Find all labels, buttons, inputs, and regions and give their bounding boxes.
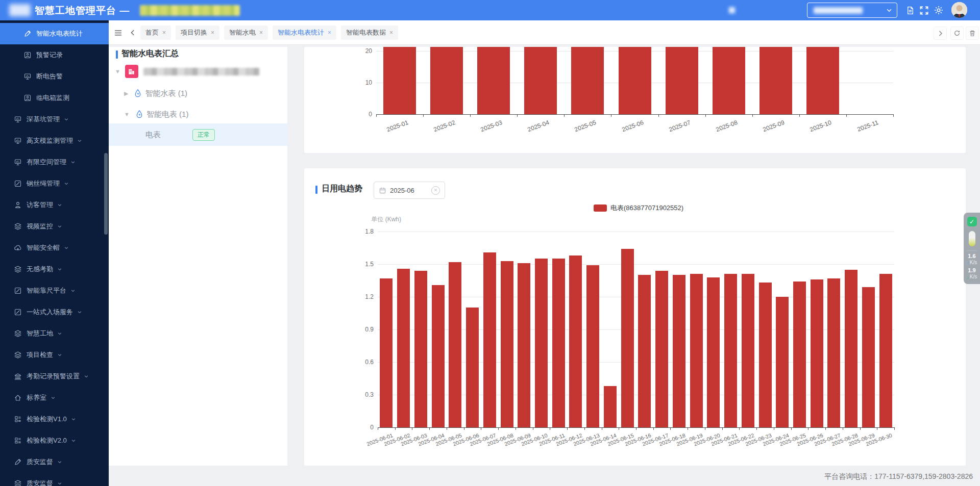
person-pin-icon xyxy=(23,94,32,102)
sidebar-item-label: 标养室 xyxy=(27,393,46,402)
gear-icon[interactable] xyxy=(933,4,945,16)
x-tick xyxy=(636,427,636,430)
daily-usage-panel: 日用电趋势 2025-06 ✕ 电表(863877071902552) 单位 (… xyxy=(304,168,966,466)
bar-2025-06-04 xyxy=(432,285,445,427)
close-icon[interactable]: × xyxy=(389,30,393,36)
network-speed-widget[interactable]: ✓ 1.6 ↑K/s 1.9 ↓K/s xyxy=(964,213,980,284)
chevron-left-icon[interactable] xyxy=(127,27,138,38)
chevron-down-icon xyxy=(57,331,62,336)
month-picker[interactable]: 2025-06 ✕ xyxy=(374,182,445,199)
up-arrow-icon: ↑ xyxy=(967,260,969,266)
chevron-down-icon xyxy=(70,160,76,165)
close-icon[interactable]: × xyxy=(162,30,166,36)
bar-2025-06-06 xyxy=(466,308,479,427)
sidebar-item-视频监控[interactable]: 视频监控 xyxy=(0,216,109,237)
x-tick xyxy=(395,427,396,430)
x-tick xyxy=(378,427,378,430)
caret-down-icon[interactable]: ▼ xyxy=(115,68,120,74)
clear-icon[interactable]: ✕ xyxy=(431,186,440,195)
sidebar-item-深基坑管理[interactable]: 深基坑管理 xyxy=(0,109,109,130)
x-tick xyxy=(670,427,671,430)
monitor-icon xyxy=(14,115,22,123)
sidebar-item-智能水电表统计[interactable]: 智能水电表统计 xyxy=(0,23,109,44)
tab-项目切换[interactable]: 项目切换× xyxy=(176,25,219,40)
speed-unit: K/s xyxy=(970,274,977,280)
chevron-down-icon xyxy=(886,7,893,14)
project-name-blurred xyxy=(143,68,260,75)
sidebar-item-label: 智能水电表统计 xyxy=(36,29,83,38)
calendar-icon xyxy=(379,187,386,194)
tree-node-meter-selected[interactable]: 电表 正常 xyxy=(109,123,287,146)
sidebar-item-检验检测V2.0[interactable]: 检验检测V2.0 xyxy=(0,430,109,451)
x-tick xyxy=(447,427,447,430)
tree-node-electric-meters[interactable]: ▼ 智能电表 (1) xyxy=(124,108,188,121)
sidebar-scrollbar-thumb[interactable] xyxy=(104,153,108,235)
sidebar-item-质安监督[interactable]: 质安监督 xyxy=(0,473,109,486)
tab-智能水电表统计[interactable]: 智能水电表统计× xyxy=(273,25,336,40)
tab-智能水电[interactable]: 智能水电× xyxy=(224,25,268,40)
bar-2025-06-07 xyxy=(483,252,496,427)
sidebar-item-标养室[interactable]: 标养室 xyxy=(0,387,109,408)
sidebar-item-无感考勤[interactable]: 无感考勤 xyxy=(0,259,109,280)
sidebar-item-有限空间管理[interactable]: 有限空间管理 xyxy=(0,151,109,173)
sidebar-item-一站式入场服务[interactable]: 一站式入场服务 xyxy=(0,301,109,323)
close-icon[interactable]: × xyxy=(211,30,214,36)
chart-legend[interactable]: 电表(863877071902552) xyxy=(594,203,683,213)
sidebar-item-label: 有限空间管理 xyxy=(27,158,66,167)
trash-icon[interactable] xyxy=(966,27,979,40)
sidebar-item-label: 高支模监测管理 xyxy=(27,136,73,145)
tree-node-project[interactable]: ▼ xyxy=(115,65,260,78)
upload-speed: 1.6 xyxy=(968,253,975,259)
fullscreen-icon[interactable] xyxy=(918,4,930,16)
sidebar-item-访客管理[interactable]: 访客管理 xyxy=(0,194,109,216)
sidebar-item-智能安全帽[interactable]: 智能安全帽 xyxy=(0,237,109,259)
close-icon[interactable]: × xyxy=(328,30,331,36)
download-speed: 1.9 xyxy=(968,268,975,273)
tab-智能电表数据[interactable]: 智能电表数据× xyxy=(341,25,398,40)
sidebar-item-考勤记录预警设置[interactable]: 考勤记录预警设置 xyxy=(0,366,109,387)
layers-icon xyxy=(14,265,22,273)
sidebar-item-临电箱监测[interactable]: 临电箱监测 xyxy=(0,87,109,109)
chevron-right-icon[interactable] xyxy=(934,27,947,40)
footer-contact: 平台咨询电话：177-1157-6379,159-2803-2826 xyxy=(824,472,973,481)
x-tick xyxy=(464,427,464,430)
bar-2025-06-30 xyxy=(879,274,892,427)
sidebar-item-智能靠尺平台[interactable]: 智能靠尺平台 xyxy=(0,280,109,301)
close-icon[interactable]: × xyxy=(259,30,263,36)
sidebar-item-钢丝绳管理[interactable]: 钢丝绳管理 xyxy=(0,173,109,194)
x-tick xyxy=(791,427,792,430)
sidebar-item-质安监督[interactable]: 质安监督 xyxy=(0,451,109,473)
menu-icon[interactable] xyxy=(112,27,124,38)
building-icon xyxy=(125,65,138,78)
caret-right-icon[interactable]: ▶ xyxy=(124,90,128,97)
x-tick xyxy=(860,427,861,430)
caret-down-icon[interactable]: ▼ xyxy=(124,111,130,117)
speed-unit: K/s xyxy=(970,260,977,266)
avatar[interactable] xyxy=(951,2,967,18)
monitor-icon xyxy=(14,158,22,166)
x-tick xyxy=(752,114,753,117)
sidebar-item-label: 深基坑管理 xyxy=(27,115,60,124)
chevron-down-icon xyxy=(57,352,62,357)
bar-2025-06-05 xyxy=(449,262,461,427)
tree-node-water-meters[interactable]: ▶ 智能水表 (1) xyxy=(124,87,187,100)
sidebar-item-高支模监测管理[interactable]: 高支模监测管理 xyxy=(0,130,109,151)
project-select[interactable] xyxy=(807,3,897,18)
sidebar-item-项目检查[interactable]: 项目检查 xyxy=(0,344,109,366)
sidebar-item-检验检测V1.0[interactable]: 检验检测V1.0 xyxy=(0,408,109,430)
bar-2025-06-21 xyxy=(724,274,737,427)
sidebar-item-断电告警[interactable]: 断电告警 xyxy=(0,66,109,87)
bar-2025-05 xyxy=(571,47,604,114)
sidebar-item-预警记录[interactable]: 预警记录 xyxy=(0,44,109,66)
refresh-icon[interactable] xyxy=(950,27,964,40)
bar-2025-06-25 xyxy=(793,282,806,427)
sidebar: 智能水电表统计预警记录断电告警临电箱监测深基坑管理高支模监测管理有限空间管理钢丝… xyxy=(0,20,109,486)
chevron-down-icon xyxy=(51,395,56,400)
x-tick xyxy=(894,427,895,430)
bar-2025-06-01 xyxy=(380,278,393,427)
tab-list: 首页×项目切换×智能水电×智能水电表统计×智能电表数据× xyxy=(140,25,398,40)
bar-2025-06-23 xyxy=(759,283,772,427)
sidebar-item-智慧工地[interactable]: 智慧工地 xyxy=(0,323,109,344)
document-icon[interactable] xyxy=(904,4,916,16)
tab-首页[interactable]: 首页× xyxy=(140,25,171,40)
